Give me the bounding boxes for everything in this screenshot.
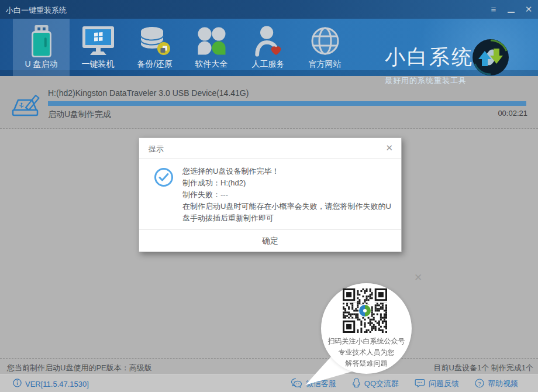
window-controls: ≡ ✕ <box>489 0 533 19</box>
nav-item-label: 备份/还原 <box>137 59 173 70</box>
support-person-icon <box>254 24 283 57</box>
drive-pencil-icon <box>8 89 42 124</box>
globe-icon <box>310 24 340 57</box>
menu-icon[interactable]: ≡ <box>489 5 498 14</box>
main-nav: U 盘启动 一键装机 <box>0 19 538 76</box>
qr-caption: 扫码关注小白系统公众号 专业技术人员为您 解答疑难问题 <box>321 336 412 369</box>
backup-restore-icon <box>139 24 171 57</box>
dialog-close-icon[interactable]: ✕ <box>385 143 393 153</box>
dialog-line: 制作失败：--- <box>182 189 394 201</box>
wechat-icon <box>291 378 302 390</box>
qq-group-link[interactable]: QQ交流群 <box>352 378 399 390</box>
nav-item-support[interactable]: 人工服务 <box>240 19 296 76</box>
ok-button[interactable]: 确定 <box>139 229 401 252</box>
dialog-line: 在制作启动U盘时可能存在小概率会失败，请您将制作失败的U盘手动拔插后重新制作即可 <box>182 201 394 224</box>
footer-link-label: QQ交流群 <box>364 379 399 389</box>
dialog-title: 提示 <box>149 144 164 154</box>
qq-icon <box>352 378 361 390</box>
nav-item-label: 软件大全 <box>195 59 228 70</box>
footer-bar: VER[11.5.47.1530] 微信客服 <box>0 374 538 392</box>
brand-name: 小白系统 <box>385 43 474 71</box>
qr-caption-line: 扫码关注小白系统公众号 <box>321 336 412 347</box>
footer-link-label: 帮助视频 <box>488 379 518 389</box>
titlebar: 小白一键重装系统 ≡ ✕ <box>0 0 538 19</box>
feedback-link[interactable]: 问题反馈 <box>415 379 459 390</box>
close-icon[interactable]: ✕ <box>524 5 533 14</box>
success-check-icon <box>154 167 174 190</box>
device-count-text: 目前U盘设备1个 制作完成1个 <box>434 363 533 373</box>
brand-tagline: 最好用的系统重装工具 <box>385 75 474 86</box>
device-name: H:(hd2)Kingston DataTraveler 3.0 USB Dev… <box>48 88 249 98</box>
progress-bar-fill <box>48 101 526 106</box>
nav-item-backup-restore[interactable]: 备份/还原 <box>126 19 183 76</box>
nav-item-label: U 盘启动 <box>25 59 58 70</box>
dialog-line: 您选择的U盘设备制作完毕！ <box>182 166 394 177</box>
pe-version-text: 您当前制作启动U盘使用的PE版本：高级版 <box>7 363 152 373</box>
app-window: 小白一键重装系统 ≡ ✕ U 盘启动 <box>0 0 538 392</box>
qr-center-logo-icon <box>358 304 371 319</box>
minimize-icon[interactable] <box>508 12 515 13</box>
progress-status: 启动U盘制作完成 <box>48 109 111 120</box>
nav-item-one-click-install[interactable]: 一键装机 <box>70 19 126 76</box>
version-block: VER[11.5.47.1530] <box>13 375 89 392</box>
status-bar: 您当前制作启动U盘使用的PE版本：高级版 目前U盘设备1个 制作完成1个 <box>0 358 538 374</box>
svg-text:?: ? <box>478 380 481 386</box>
elapsed-time: 00:02:21 <box>498 109 527 118</box>
brand-block: 小白系统 最好用的系统重装工具 <box>385 43 474 86</box>
nav-item-software[interactable]: 软件大全 <box>183 19 240 76</box>
qr-bubble: 扫码关注小白系统公众号 专业技术人员为您 解答疑难问题 <box>321 283 412 374</box>
nav-item-usb-boot[interactable]: U 盘启动 <box>13 19 70 76</box>
monitor-icon <box>82 24 115 57</box>
result-dialog: 提示 ✕ 您选择的U盘设备制作完毕！ 制作成功：H:(hd2) 制作失败：---… <box>139 137 402 252</box>
usb-drive-icon <box>29 24 54 57</box>
help-video-link[interactable]: ? 帮助视频 <box>475 379 518 390</box>
nav-item-label: 人工服务 <box>252 59 285 70</box>
nav-items: U 盘启动 一键装机 <box>13 19 353 76</box>
dialog-body: 您选择的U盘设备制作完毕！ 制作成功：H:(hd2) 制作失败：--- 在制作启… <box>139 158 401 230</box>
nav-item-website[interactable]: 官方网站 <box>296 19 353 76</box>
bubble-close-icon[interactable]: ✕ <box>414 271 422 284</box>
progress-bar <box>48 101 526 106</box>
dialog-header: 提示 ✕ <box>139 138 401 159</box>
nav-item-label: 一键装机 <box>82 59 115 70</box>
dialog-message: 您选择的U盘设备制作完毕！ 制作成功：H:(hd2) 制作失败：--- 在制作启… <box>182 166 394 224</box>
qr-caption-line: 解答疑难问题 <box>321 358 412 369</box>
version-text: VER[11.5.47.1530] <box>25 380 89 388</box>
qr-caption-line: 专业技术人员为您 <box>321 347 412 358</box>
help-video-icon: ? <box>475 379 484 390</box>
software-icon <box>196 24 227 57</box>
footer-link-label: 问题反馈 <box>429 379 459 389</box>
window-title: 小白一键重装系统 <box>6 5 67 16</box>
nav-item-label: 官方网站 <box>309 59 342 70</box>
dialog-line: 制作成功：H:(hd2) <box>182 177 394 189</box>
info-icon <box>13 379 22 389</box>
feedback-icon <box>415 379 425 390</box>
brand-logo-icon <box>471 38 510 79</box>
